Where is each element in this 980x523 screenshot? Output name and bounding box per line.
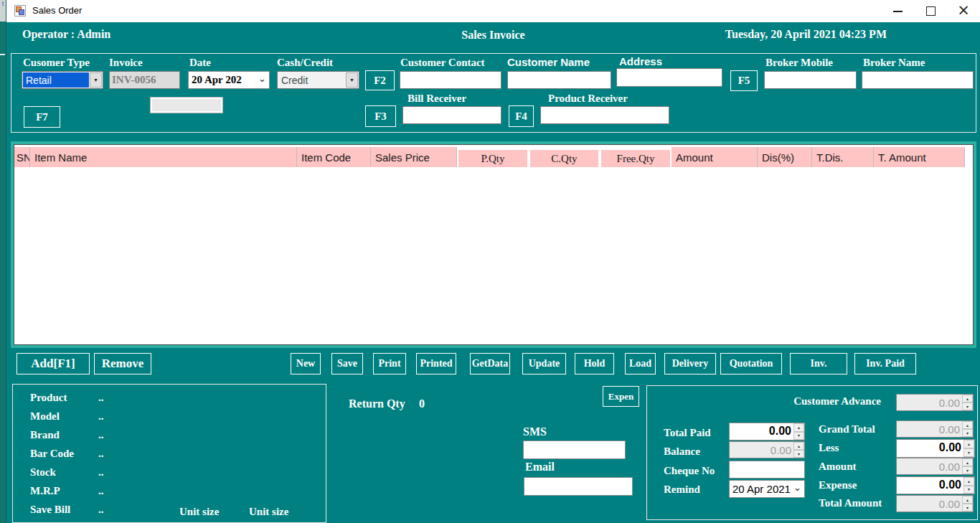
printed-button[interactable]: Printed <box>416 353 456 374</box>
broker-mobile-label: Broker Mobile <box>765 57 833 69</box>
close-button[interactable]: × <box>947 0 980 22</box>
broker-mobile-field[interactable] <box>764 71 857 89</box>
spin-down-icon[interactable]: ▾ <box>962 402 973 410</box>
column-header-cqty[interactable]: C.Qty <box>530 150 598 167</box>
column-header-amount[interactable]: Amount <box>672 147 758 167</box>
cash-credit-value: Credit <box>278 72 345 88</box>
date-label: Date <box>189 57 211 69</box>
date-value: 20 Apr 202 <box>192 74 258 86</box>
datetime-label: Tuesday, 20 April 2021 04:23 PM <box>725 28 887 41</box>
customer-contact-label: Customer Contact <box>400 57 485 69</box>
less-spinner[interactable]: 0.00 ▴▾ <box>896 439 975 458</box>
email-field[interactable] <box>524 477 633 496</box>
column-header-sales-price[interactable]: Sales Price <box>371 147 457 167</box>
bill-receiver-field[interactable] <box>402 106 501 124</box>
chevron-down-icon: ⌄ <box>793 482 801 493</box>
load-button[interactable]: Load <box>625 353 656 374</box>
quotation-button[interactable]: Quotation <box>720 353 782 374</box>
expense-spinner[interactable]: 0.00 ▴▾ <box>896 476 975 494</box>
delivery-button[interactable]: Delivery <box>664 353 716 374</box>
product-label: Product <box>30 392 67 404</box>
customer-type-combo[interactable]: Retail ▾ <box>22 71 103 89</box>
spin-up-icon[interactable]: ▴ <box>962 496 973 504</box>
broker-name-field[interactable] <box>862 71 974 89</box>
update-button[interactable]: Update <box>522 353 566 374</box>
combo-arrow-icon[interactable]: ▾ <box>346 72 358 88</box>
total-paid-spinner[interactable]: 0.00 ▴▾ <box>729 423 805 440</box>
customer-contact-field[interactable] <box>400 71 501 89</box>
f7-button[interactable]: F7 <box>24 106 60 128</box>
print-button[interactable]: Print <box>373 353 406 374</box>
inv-paid-button[interactable]: Inv. Paid <box>854 353 916 374</box>
save-button[interactable]: Save <box>331 353 363 374</box>
invoice-label: Invoice <box>109 57 143 69</box>
column-header-freeqty[interactable]: Free.Qty <box>601 150 670 167</box>
window-title: Sales Order <box>32 5 82 16</box>
spin-up-icon[interactable]: ▴ <box>793 442 804 450</box>
getdata-button[interactable]: GetData <box>470 353 510 374</box>
product-receiver-field[interactable] <box>540 106 669 124</box>
spin-down-icon[interactable]: ▾ <box>793 450 804 458</box>
spin-up-icon[interactable]: ▴ <box>793 423 804 432</box>
spin-down-icon[interactable]: ▾ <box>962 504 973 512</box>
f2-button[interactable]: F2 <box>365 70 395 90</box>
grand-total-spinner: 0.00 ▴▾ <box>896 420 974 438</box>
minimize-icon <box>893 11 903 12</box>
cash-credit-label: Cash/Credit <box>277 57 333 69</box>
spin-up-icon[interactable]: ▴ <box>962 395 973 402</box>
bar-code-label: Bar Code <box>30 448 74 460</box>
f5-button[interactable]: F5 <box>730 70 758 91</box>
unit-size-label-2: Unit size <box>249 506 288 518</box>
column-header-tdis[interactable]: T.Dis. <box>812 147 874 167</box>
customer-name-field[interactable] <box>507 71 611 89</box>
spin-up-icon[interactable]: ▴ <box>962 458 973 466</box>
inv-button[interactable]: Inv. <box>790 353 847 374</box>
spin-up-icon[interactable]: ▴ <box>963 477 974 486</box>
combo-arrow-icon[interactable]: ▾ <box>90 72 102 88</box>
spin-down-icon[interactable]: ▾ <box>962 466 973 474</box>
spin-down-icon[interactable]: ▾ <box>793 432 804 440</box>
customer-name-label: Customer Name <box>507 56 590 68</box>
customer-type-value: Retail <box>23 72 89 88</box>
cheque-no-field[interactable] <box>729 461 805 479</box>
product-details-panel: Product .. Model .. Brand .. Bar Code ..… <box>12 384 326 523</box>
remove-button[interactable]: Remove <box>94 353 151 374</box>
spin-up-icon[interactable]: ▴ <box>963 440 974 448</box>
desktop-edge: t <box>0 0 6 523</box>
f3-button[interactable]: F3 <box>365 105 396 127</box>
add-button[interactable]: Add[F1] <box>17 353 90 374</box>
unit-size-label-1: Unit size <box>179 506 219 518</box>
spin-up-icon[interactable]: ▴ <box>962 421 973 429</box>
total-paid-label: Total Paid <box>664 427 711 439</box>
f4-button[interactable]: F4 <box>509 105 534 127</box>
items-table[interactable]: SN Item Name Item Code Sales Price P.Qty… <box>14 144 974 345</box>
sms-field[interactable] <box>523 440 626 459</box>
date-picker[interactable]: 20 Apr 202 ⌄ <box>188 71 270 89</box>
column-header-tamount[interactable]: T. Amount <box>874 147 965 167</box>
expense-label: Expense <box>819 479 857 491</box>
address-field[interactable] <box>616 68 722 87</box>
maximize-button[interactable] <box>914 0 947 22</box>
cheque-no-label: Cheque No <box>664 465 715 477</box>
column-header-item-name[interactable]: Item Name <box>30 147 297 167</box>
remind-date-picker[interactable]: 20 Apr 2021 ⌄ <box>729 480 805 498</box>
spin-down-icon[interactable]: ▾ <box>963 486 974 494</box>
new-button[interactable]: New <box>291 353 321 374</box>
column-header-pqty[interactable]: P.Qty <box>458 150 527 167</box>
spin-down-icon[interactable]: ▾ <box>963 448 974 457</box>
items-table-frame: SN Item Name Item Code Sales Price P.Qty… <box>11 141 976 348</box>
column-header-item-code[interactable]: Item Code <box>297 147 371 167</box>
product-receiver-label: Product Receiver <box>548 93 628 105</box>
remind-label: Remind <box>664 484 700 496</box>
hold-button[interactable]: Hold <box>575 353 614 374</box>
broker-name-label: Broker Name <box>863 57 925 69</box>
expen-button[interactable]: Expen <box>603 386 639 407</box>
column-header-sn[interactable]: SN <box>14 147 30 167</box>
minimize-button[interactable] <box>881 0 914 22</box>
amount-spinner: 0.00 ▴▾ <box>896 458 974 475</box>
row2-mini-field[interactable] <box>150 97 223 113</box>
column-header-dis-pct[interactable]: Dis(%) <box>758 147 812 167</box>
cash-credit-combo[interactable]: Credit ▾ <box>277 71 359 89</box>
spin-down-icon[interactable]: ▾ <box>962 429 973 437</box>
maximize-icon <box>926 6 936 16</box>
